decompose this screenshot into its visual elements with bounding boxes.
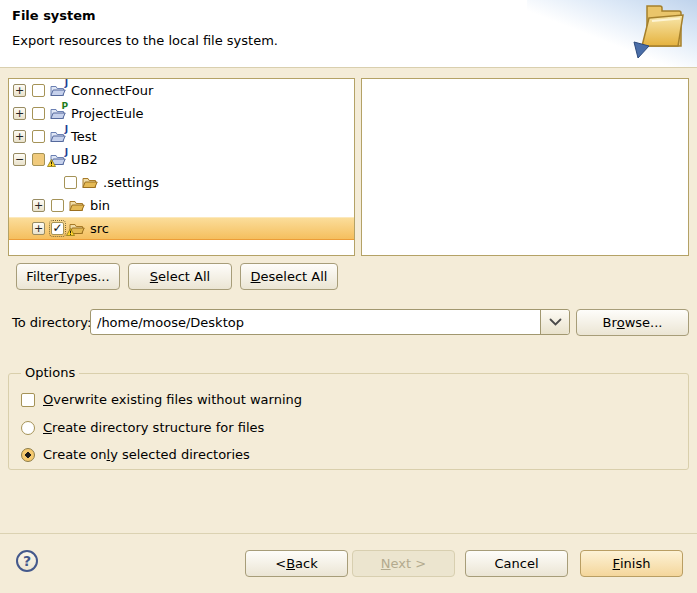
java-badge: J [65,125,68,134]
java-project-folder-icon: J [50,152,66,168]
resource-tree[interactable]: +JConnectFour+PProjectEule+JTest−JUB2.se… [8,78,355,256]
overwrite-option[interactable]: Overwrite existing files without warning [21,392,302,407]
destination-combo[interactable]: /home/moose/Desktop [90,309,570,335]
java-badge: J [65,148,68,157]
wizard-header: File system Export resources to the loca… [0,0,697,67]
page-title: File system [12,8,96,23]
help-button[interactable]: ? [16,550,38,572]
create-selected-label: Create only selected directories [43,447,250,462]
warning-badge [66,224,75,239]
footer-separator [0,533,697,534]
java-project-folder-icon: P [50,106,66,122]
tree-item-label: Test [71,129,97,144]
options-legend: Options [21,365,79,380]
tree-item-test[interactable]: +JTest [9,125,354,148]
tree-item-label: UB2 [71,152,98,167]
create-structure-label: Create directory structure for files [43,420,264,435]
folder-icon [69,221,85,237]
tree-item-projecteule[interactable]: +PProjectEule [9,102,354,125]
tree-item-label: ConnectFour [71,83,153,98]
item-checkbox[interactable] [32,153,45,166]
file-list-panel[interactable] [361,78,689,256]
export-folder-icon [625,2,689,64]
tree-button-row: Filter Types... Select All Deselect All [16,263,338,290]
page-description: Export resources to the local file syste… [12,33,278,48]
tree-item-connectfour[interactable]: +JConnectFour [9,79,354,102]
warning-badge [66,228,75,236]
collapse-icon[interactable]: − [13,153,26,166]
tree-item-label: ProjectEule [71,106,144,121]
tree-item-ub2[interactable]: −JUB2 [9,148,354,171]
tree-item-settings[interactable]: .settings [9,171,354,194]
finish-button[interactable]: Finish [580,550,683,577]
create-structure-option[interactable]: Create directory structure for files [21,420,264,435]
warning-badge [47,159,56,167]
item-checkbox[interactable] [64,176,77,189]
expand-icon[interactable]: + [32,199,45,212]
create-structure-radio[interactable] [21,421,35,435]
header-separator [0,67,697,68]
overwrite-checkbox[interactable] [21,393,35,407]
select-all-button[interactable]: Select All [128,263,232,290]
plugin-badge: P [61,102,68,111]
expand-icon[interactable]: + [32,222,45,235]
tree-item-src[interactable]: +✓src [9,217,354,240]
destination-value[interactable]: /home/moose/Desktop [91,310,540,334]
java-project-folder-icon: J [50,83,66,99]
item-checkbox[interactable] [32,107,45,120]
java-badge: J [65,79,68,88]
tree-item-label: .settings [103,175,159,190]
cancel-button[interactable]: Cancel [465,550,568,577]
folder-icon [69,198,85,214]
tree-item-label: src [90,221,109,236]
tree-item-label: bin [90,198,110,213]
deselect-all-button[interactable]: Deselect All [240,263,338,290]
options-group: Options Overwrite existing files without… [8,373,689,470]
item-checkbox[interactable]: ✓ [51,222,64,235]
item-checkbox[interactable] [51,199,64,212]
browse-button[interactable]: Browse... [576,309,689,336]
expand-icon[interactable]: + [13,130,26,143]
combo-dropdown-button[interactable] [540,310,569,334]
filter-types-button[interactable]: Filter Types... [16,263,120,290]
item-checkbox[interactable] [32,130,45,143]
java-project-folder-icon: J [50,129,66,145]
folder-icon [82,175,98,191]
tree-item-bin[interactable]: +bin [9,194,354,217]
item-checkbox[interactable] [32,84,45,97]
expand-icon[interactable]: + [13,84,26,97]
warning-badge [47,155,56,170]
back-button[interactable]: < Back [245,550,348,577]
overwrite-label: Overwrite existing files without warning [43,392,302,407]
create-selected-option[interactable]: Create only selected directories [21,447,250,462]
chevron-down-icon [549,318,562,327]
next-button: Next > [352,550,455,577]
expand-icon[interactable]: + [13,107,26,120]
create-selected-radio[interactable] [21,448,35,462]
to-directory-label: To directory: [12,315,91,330]
